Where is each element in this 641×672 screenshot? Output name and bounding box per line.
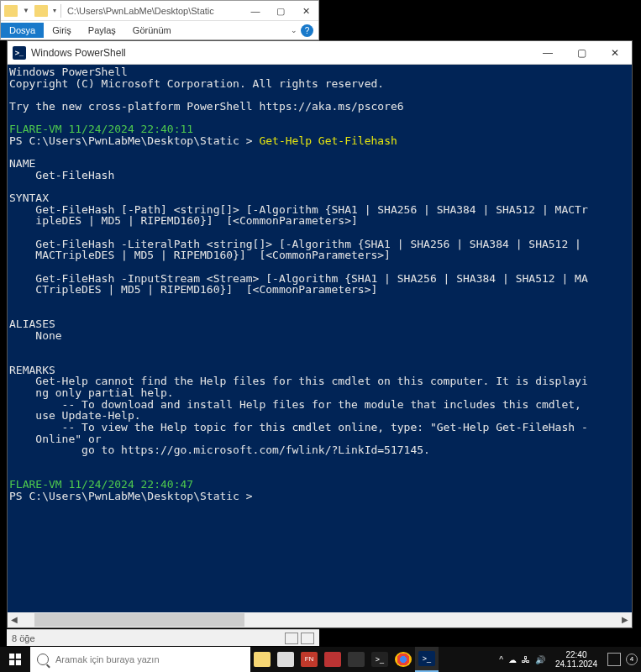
windows-icon — [9, 654, 21, 665]
powershell-title: Windows PowerShell — [31, 47, 531, 59]
powershell-window: >_ Windows PowerShell — ▢ ✕ Windows Powe… — [7, 40, 633, 628]
details-view-icon[interactable] — [285, 633, 298, 644]
system-tray: ^ ☁ 🖧 🔊 22:40 24.11.2024 4 — [496, 650, 641, 669]
start-button[interactable] — [0, 647, 30, 672]
explorer-titlebar[interactable]: ▼ ▾ C:\Users\PwnLabMe\Desktop\Static — ▢… — [1, 1, 318, 21]
minimize-button[interactable]: — — [531, 42, 565, 64]
badge-icon[interactable]: 4 — [626, 654, 638, 665]
taskbar-app-2[interactable]: FN — [297, 647, 321, 672]
folder-icon — [4, 5, 18, 17]
terminal-output[interactable]: Windows PowerShell Copyright (C) Microso… — [8, 65, 632, 612]
item-count: 8 öğe — [12, 633, 35, 643]
tab-paylas[interactable]: Paylaş — [80, 23, 124, 38]
explorer-ribbon-tabs: Dosya Giriş Paylaş Görünüm ⌄ ? — [1, 21, 318, 39]
taskbar-app-1[interactable] — [274, 647, 297, 672]
powershell-titlebar[interactable]: >_ Windows PowerShell — ▢ ✕ — [8, 41, 632, 65]
large-icons-view-icon[interactable] — [301, 633, 314, 644]
svg-rect-2 — [9, 660, 14, 665]
clock-time: 22:40 — [555, 650, 597, 659]
scroll-left-icon[interactable]: ◀ — [8, 613, 21, 627]
close-button[interactable]: ✕ — [293, 2, 318, 20]
horizontal-scrollbar[interactable]: ◀ ▶ — [8, 612, 632, 627]
powershell-icon: >_ — [13, 46, 26, 60]
tab-gorunum[interactable]: Görünüm — [124, 23, 180, 38]
taskbar: Aramak için buraya yazın FN >_ >_ ^ ☁ 🖧 … — [0, 647, 641, 672]
qat-dropdown-icon[interactable]: ▾ — [53, 7, 56, 14]
minimize-button[interactable]: — — [243, 2, 268, 20]
taskbar-cmd[interactable]: >_ — [368, 647, 391, 672]
separator — [60, 4, 61, 18]
taskbar-app-3[interactable] — [321, 647, 344, 672]
taskbar-search[interactable]: Aramak için buraya yazın — [30, 647, 250, 672]
search-icon — [37, 654, 49, 665]
ribbon-collapse-icon[interactable]: ⌄ — [291, 26, 297, 34]
maximize-button[interactable]: ▢ — [268, 2, 293, 20]
svg-rect-3 — [16, 660, 21, 665]
folder-icon — [34, 5, 48, 17]
svg-rect-1 — [16, 654, 21, 659]
clock-date: 24.11.2024 — [555, 659, 597, 669]
notifications-icon[interactable] — [607, 653, 621, 666]
maximize-button[interactable]: ▢ — [565, 42, 598, 64]
tray-cloud-icon[interactable]: ☁ — [508, 655, 517, 664]
help-icon[interactable]: ? — [301, 24, 313, 37]
taskbar-powershell[interactable]: >_ — [415, 647, 439, 672]
explorer-path: C:\Users\PwnLabMe\Desktop\Static — [64, 6, 243, 16]
tab-dosya[interactable]: Dosya — [1, 23, 44, 38]
search-placeholder: Aramak için buraya yazın — [55, 654, 160, 664]
explorer-statusbar: 8 öğe — [7, 629, 319, 646]
taskbar-clock[interactable]: 22:40 24.11.2024 — [555, 650, 597, 669]
chevron-down-icon[interactable]: ▼ — [23, 7, 29, 14]
scroll-track[interactable] — [34, 612, 605, 627]
taskbar-app-4[interactable] — [344, 647, 368, 672]
explorer-window: ▼ ▾ C:\Users\PwnLabMe\Desktop\Static — ▢… — [0, 0, 319, 40]
tray-network-icon[interactable]: 🖧 — [522, 655, 530, 664]
tray-volume-icon[interactable]: 🔊 — [535, 655, 545, 664]
scroll-thumb[interactable] — [34, 613, 244, 627]
taskbar-explorer[interactable] — [250, 647, 274, 672]
close-button[interactable]: ✕ — [598, 42, 632, 64]
svg-rect-0 — [9, 654, 14, 659]
tab-giris[interactable]: Giriş — [44, 23, 80, 38]
scroll-right-icon[interactable]: ▶ — [618, 613, 632, 627]
taskbar-chrome[interactable] — [391, 647, 415, 672]
tray-chevron-icon[interactable]: ^ — [499, 655, 503, 664]
